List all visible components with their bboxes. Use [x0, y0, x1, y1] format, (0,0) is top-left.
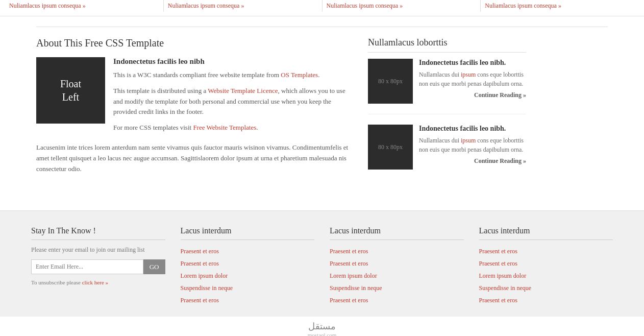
footer-link-4-2[interactable]: Praesent et eros [479, 257, 613, 270]
footer-link-3-2[interactable]: Praesent et eros [330, 257, 464, 270]
thumb-2: 80 x 80px [368, 125, 413, 170]
footer-link-2-1[interactable]: Praesent et eros [181, 245, 315, 257]
footer-col-2: Lacus interdum Praesent et eros Praesent… [181, 226, 315, 306]
footer-links-4: Praesent et eros Praesent et eros Lorem … [479, 245, 613, 306]
footer-link-4-4[interactable]: Suspendisse in neque [479, 282, 613, 294]
footer-link-4-1[interactable]: Praesent et eros [479, 245, 613, 257]
free-templates-link[interactable]: Free Website Templates [193, 124, 256, 131]
right-article-1: 80 x 80px Indonectetus facilis leo nibh.… [368, 59, 526, 114]
footer-col-2-title: Lacus interdum [181, 226, 315, 240]
unsubscribe-link[interactable]: click here » [82, 279, 108, 285]
float-left-label: Float Left [60, 77, 81, 104]
footer-links-2: Praesent et eros Praesent et eros Lorem … [181, 245, 315, 306]
licence-link[interactable]: Website Template Licence [208, 87, 278, 94]
content-row: About This Free CSS Template Float Left … [36, 27, 608, 190]
left-section-title: About This Free CSS Template [36, 37, 353, 49]
footer-col-3-title: Lacus interdum [330, 226, 464, 240]
footer-link-2-4[interactable]: Suspendisse in neque [181, 282, 315, 294]
main-wrapper: About This Free CSS Template Float Left … [31, 16, 613, 200]
go-button[interactable]: GO [143, 259, 165, 274]
right-article-2-text: Nullamlacus dui ipsum cons eque lobortti… [419, 136, 526, 154]
footer-link-3-4[interactable]: Suspendisse in neque [330, 282, 464, 294]
footer-link-3-5[interactable]: Praesent et eros [330, 294, 464, 306]
top-strip: Nuliamlacus ipsum consequa » Nuliamlacus… [0, 0, 644, 16]
footer-link-3-3[interactable]: Lorem ipsum dolor [330, 270, 464, 282]
article-block: Float Left Indonectetus facilis leo nibh… [36, 57, 353, 138]
continue-reading-2[interactable]: Continue Reading » [419, 157, 526, 165]
continue-reading-1[interactable]: Continue Reading » [419, 91, 526, 99]
right-article-1-text: Nullamlacus dui ipsum cons eque lobortti… [419, 70, 526, 88]
top-strip-item-3: Nuliamlacus ipsum consequa » [323, 0, 481, 12]
os-templates-link[interactable]: OS Templates [281, 71, 318, 79]
watermark-arabic: مستقل [4, 321, 640, 332]
left-column: About This Free CSS Template Float Left … [36, 37, 353, 190]
float-left-image: Float Left [36, 57, 105, 124]
article-para-3: For more CSS templates visit Free Websit… [36, 123, 353, 133]
right-section-title: Nullamlacus loborttis [368, 37, 526, 53]
thumb-1: 80 x 80px [368, 59, 413, 104]
right-article-1-title: Indonectetus facilis leo nibh. [419, 59, 526, 67]
footer-link-4-3[interactable]: Lorem ipsum dolor [479, 270, 613, 282]
right-article-2: 80 x 80px Indonectetus facilis leo nibh.… [368, 125, 526, 180]
right-article-1-content: Indonectetus facilis leo nibh. Nullamlac… [419, 59, 526, 104]
footer-link-2-2[interactable]: Praesent et eros [181, 257, 315, 270]
email-input[interactable] [31, 259, 143, 274]
right-article-2-title: Indonectetus facilis leo nibh. [419, 125, 526, 133]
unsubscribe-text: To unsubscribe please click here » [31, 279, 165, 285]
footer-col-4: Lacus interdum Praesent et eros Praesent… [479, 226, 613, 306]
watermark-latin: mostaql.com [4, 332, 640, 336]
right-column: Nullamlacus loborttis 80 x 80px Indonect… [368, 37, 526, 190]
footer-col-4-title: Lacus interdum [479, 226, 613, 240]
footer-col-1-title: Stay In The Know ! [31, 226, 165, 240]
right-article-2-content: Indonectetus facilis leo nibh. Nullamlac… [419, 125, 526, 170]
email-form: GO [31, 259, 165, 274]
article-2-ipsum-link[interactable]: ipsum [461, 137, 476, 144]
footer-col-mailing: Stay In The Know ! Please enter your ema… [31, 226, 165, 306]
watermark: مستقل mostaql.com [0, 317, 644, 336]
main-text: Lacusenim inte trices lorem anterdum nam… [36, 142, 353, 174]
footer-link-3-1[interactable]: Praesent et eros [330, 245, 464, 257]
footer-top: Stay In The Know ! Please enter your ema… [0, 210, 644, 317]
article-1-ipsum-link[interactable]: ipsum [461, 71, 476, 78]
footer-link-2-3[interactable]: Lorem ipsum dolor [181, 270, 315, 282]
footer-link-4-5[interactable]: Praesent et eros [479, 294, 613, 306]
top-strip-item-2: Nuliamlacus ipsum consequa » [164, 0, 323, 12]
footer-top-inner: Stay In The Know ! Please enter your ema… [31, 226, 613, 306]
footer-link-2-5[interactable]: Praesent et eros [181, 294, 315, 306]
footer-links-3: Praesent et eros Praesent et eros Lorem … [330, 245, 464, 306]
mailing-desc: Please enter your email to join our mail… [31, 245, 165, 254]
top-strip-item-1: Nuliamlacus ipsum consequa » [5, 0, 164, 12]
footer-col-3: Lacus interdum Praesent et eros Praesent… [330, 226, 464, 306]
top-strip-item-4: Nuliamlacus ipsum consequa » [481, 0, 639, 12]
